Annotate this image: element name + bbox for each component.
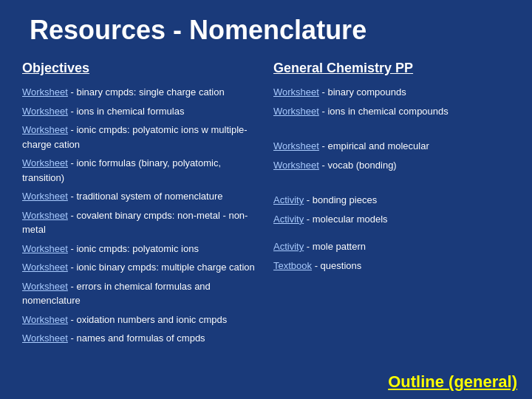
list-item: Activity - mole pattern xyxy=(273,239,510,254)
right-heading[interactable]: General Chemistry PP xyxy=(273,61,510,76)
list-item: Worksheet - ions in chemical compounds xyxy=(273,104,510,119)
list-item: Worksheet - errors in chemical formulas … xyxy=(22,279,259,308)
page: Resources - Nomenclature Objectives Work… xyxy=(0,0,532,399)
worksheet-link-9[interactable]: Worksheet xyxy=(22,281,68,292)
activity-link-3[interactable]: Activity xyxy=(273,241,304,252)
worksheet-r-link-3[interactable]: Worksheet xyxy=(273,140,319,151)
activity-link-1[interactable]: Activity xyxy=(273,194,304,205)
worksheet-link-7[interactable]: Worksheet xyxy=(22,243,68,254)
page-title: Resources - Nomenclature xyxy=(30,15,510,46)
spacer-2 xyxy=(273,177,510,191)
list-item: Worksheet - traditional system of nomenc… xyxy=(22,189,259,204)
worksheet-link-2[interactable]: Worksheet xyxy=(22,106,68,117)
list-item: Worksheet - ions in chemical formulas xyxy=(22,104,259,119)
list-item: Activity - bonding pieces xyxy=(273,193,510,208)
worksheet-link-3[interactable]: Worksheet xyxy=(22,124,68,135)
list-item: Worksheet - ionic cmpds: polyatomic ions xyxy=(22,242,259,256)
list-item: Worksheet - ionic cmpds: polyatomic ions… xyxy=(22,123,259,151)
spacer-3 xyxy=(273,231,510,238)
list-item: Worksheet - covalent binary cmpds: non-m… xyxy=(22,208,259,237)
worksheet-link-10[interactable]: Worksheet xyxy=(22,314,68,325)
list-item: Worksheet - names and formulas of cmpds xyxy=(22,331,259,346)
worksheet-link-1[interactable]: Worksheet xyxy=(22,86,68,98)
worksheet-r-link-1[interactable]: Worksheet xyxy=(273,86,319,98)
list-item: Worksheet - ionic formulas (binary, poly… xyxy=(22,156,259,185)
textbook-link-1[interactable]: Textbook xyxy=(273,260,312,271)
right-column: General Chemistry PP Worksheet - binary … xyxy=(273,61,510,349)
list-item: Worksheet - ionic binary cmpds: multiple… xyxy=(22,260,259,275)
list-item: Worksheet - binary compounds xyxy=(273,85,510,100)
outline-label[interactable]: Outline (general) xyxy=(388,372,517,391)
left-heading[interactable]: Objectives xyxy=(22,61,259,76)
list-item: Activity - molecular models xyxy=(273,212,510,227)
worksheet-link-4[interactable]: Worksheet xyxy=(22,157,68,168)
list-item: Worksheet - binary cmpds: single charge … xyxy=(22,85,259,100)
list-item: Worksheet - oxidation numbers and ionic … xyxy=(22,313,259,327)
worksheet-r-link-2[interactable]: Worksheet xyxy=(273,106,319,117)
worksheet-link-8[interactable]: Worksheet xyxy=(22,262,68,273)
worksheet-r-link-4[interactable]: Worksheet xyxy=(273,160,319,171)
activity-link-2[interactable]: Activity xyxy=(273,214,304,225)
spacer-1 xyxy=(273,123,510,137)
outline-button[interactable]: Outline (general) xyxy=(388,372,517,392)
list-item: Worksheet - vocab (bonding) xyxy=(273,158,510,173)
list-item: Textbook - questions xyxy=(273,259,510,273)
worksheet-link-5[interactable]: Worksheet xyxy=(22,191,68,202)
list-item: Worksheet - empirical and molecular xyxy=(273,139,510,154)
content-grid: Objectives Worksheet - binary cmpds: sin… xyxy=(22,61,510,349)
left-column: Objectives Worksheet - binary cmpds: sin… xyxy=(22,61,259,349)
worksheet-link-11[interactable]: Worksheet xyxy=(22,332,68,344)
worksheet-link-6[interactable]: Worksheet xyxy=(22,210,68,221)
